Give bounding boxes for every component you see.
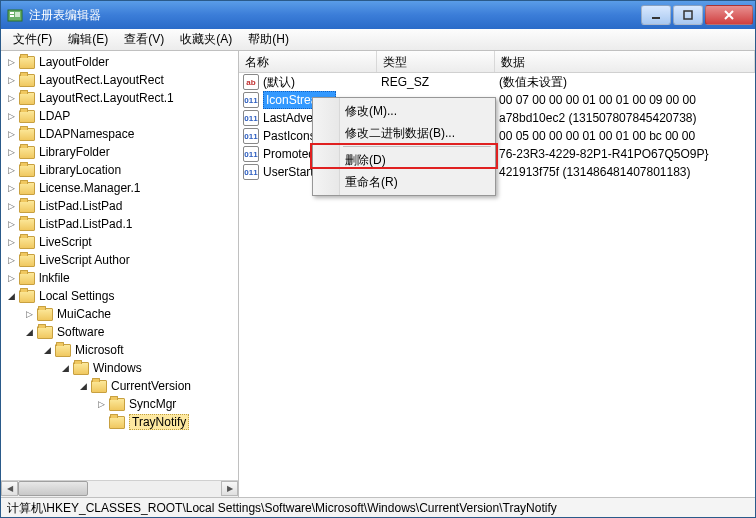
scroll-right-button[interactable]: ▶ [221, 481, 238, 496]
folder-icon [19, 128, 35, 141]
list-pane: 名称 类型 数据 ab(默认)REG_SZ(数值未设置)011IconStrea… [239, 51, 755, 497]
tree-label: Software [57, 325, 104, 339]
tree-label: LayoutRect.LayoutRect [39, 73, 164, 87]
expand-icon[interactable]: ▷ [5, 182, 17, 194]
list-row[interactable]: ab(默认)REG_SZ(数值未设置) [239, 73, 755, 91]
tree-item[interactable]: ◢Software [1, 323, 238, 341]
collapse-icon[interactable]: ◢ [5, 290, 17, 302]
tree-horizontal-scrollbar[interactable]: ◀ ▶ [1, 480, 238, 497]
ctx-separator [343, 146, 491, 147]
expand-icon[interactable]: ▷ [5, 146, 17, 158]
folder-icon [19, 290, 35, 303]
column-data[interactable]: 数据 [495, 51, 755, 72]
expand-icon[interactable]: ▷ [5, 254, 17, 266]
expand-icon[interactable]: ▷ [95, 398, 107, 410]
tree-item[interactable]: ▷LDAP [1, 107, 238, 125]
window-maximize-button[interactable] [673, 5, 703, 25]
tree-item[interactable]: ▷LayoutFolder [1, 53, 238, 71]
value-name: (默认) [263, 74, 295, 91]
menu-view[interactable]: 查看(V) [116, 29, 172, 50]
folder-icon [19, 200, 35, 213]
tree-item[interactable]: ▷LDAPNamespace [1, 125, 238, 143]
expand-icon[interactable]: ▷ [5, 218, 17, 230]
tree-item[interactable]: ▷LayoutRect.LayoutRect [1, 71, 238, 89]
folder-icon [19, 164, 35, 177]
tree-item[interactable]: ▷LiveScript [1, 233, 238, 251]
folder-icon [19, 272, 35, 285]
menu-help[interactable]: 帮助(H) [240, 29, 297, 50]
expand-icon[interactable]: ▷ [5, 128, 17, 140]
tree-item[interactable]: ▷LayoutRect.LayoutRect.1 [1, 89, 238, 107]
tree-item[interactable]: ▷SyncMgr [1, 395, 238, 413]
tree-pane: ▷LayoutFolder▷LayoutRect.LayoutRect▷Layo… [1, 51, 239, 497]
collapse-icon[interactable]: ◢ [23, 326, 35, 338]
menu-bar: 文件(F) 编辑(E) 查看(V) 收藏夹(A) 帮助(H) [1, 29, 755, 51]
tree-item[interactable]: ▷MuiCache [1, 305, 238, 323]
expand-icon[interactable]: ▷ [5, 164, 17, 176]
expand-icon[interactable]: ▷ [5, 92, 17, 104]
menu-edit[interactable]: 编辑(E) [60, 29, 116, 50]
tree-label: LayoutFolder [39, 55, 109, 69]
tree-item[interactable]: ▷LiveScript Author [1, 251, 238, 269]
tree-label: LiveScript [39, 235, 92, 249]
expand-icon[interactable]: ▷ [5, 56, 17, 68]
ctx-rename[interactable]: 重命名(R) [315, 171, 493, 193]
tree-label: SyncMgr [129, 397, 176, 411]
ctx-modify[interactable]: 修改(M)... [315, 100, 493, 122]
tree-label: LDAP [39, 109, 70, 123]
svg-rect-4 [652, 17, 660, 19]
expand-icon[interactable]: ▷ [5, 74, 17, 86]
expand-icon[interactable]: ▷ [5, 200, 17, 212]
menu-file[interactable]: 文件(F) [5, 29, 60, 50]
tree-label: LayoutRect.LayoutRect.1 [39, 91, 174, 105]
tree-item[interactable]: ◢Local Settings [1, 287, 238, 305]
tree-item[interactable]: TrayNotify [1, 413, 238, 431]
tree-item[interactable]: ▷License.Manager.1 [1, 179, 238, 197]
tree-item[interactable]: ◢Microsoft [1, 341, 238, 359]
folder-icon [19, 254, 35, 267]
tree-item[interactable]: ▷ListPad.ListPad [1, 197, 238, 215]
collapse-icon[interactable]: ◢ [41, 344, 53, 356]
tree-item[interactable]: ▷ListPad.ListPad.1 [1, 215, 238, 233]
folder-icon [19, 74, 35, 87]
expand-icon[interactable]: ▷ [23, 308, 35, 320]
menu-favorites[interactable]: 收藏夹(A) [172, 29, 240, 50]
tree-label: CurrentVersion [111, 379, 191, 393]
collapse-icon[interactable]: ◢ [59, 362, 71, 374]
value-data: 76-23R3-4229-82P1-R41PO67Q5O9P} [495, 147, 755, 161]
column-name[interactable]: 名称 [239, 51, 377, 72]
folder-icon [19, 92, 35, 105]
tree-label: ListPad.ListPad [39, 199, 122, 213]
scroll-left-button[interactable]: ◀ [1, 481, 18, 496]
list-body[interactable]: ab(默认)REG_SZ(数值未设置)011IconStreams 00 07 … [239, 73, 755, 497]
tree-item[interactable]: ◢CurrentVersion [1, 377, 238, 395]
ctx-delete[interactable]: 删除(D) [315, 149, 493, 171]
ctx-modify-binary[interactable]: 修改二进制数据(B)... [315, 122, 493, 144]
tree-label: License.Manager.1 [39, 181, 140, 195]
folder-icon [19, 236, 35, 249]
value-data: a78bd10ec2 (131507807845420738) [495, 111, 755, 125]
expand-icon[interactable]: ▷ [5, 110, 17, 122]
tree-item[interactable]: ▷LibraryLocation [1, 161, 238, 179]
expand-icon[interactable]: ▷ [5, 272, 17, 284]
tree-view[interactable]: ▷LayoutFolder▷LayoutRect.LayoutRect▷Layo… [1, 51, 238, 480]
scroll-track[interactable] [18, 481, 221, 497]
binary-value-icon: 011 [243, 128, 259, 144]
string-value-icon: ab [243, 74, 259, 90]
folder-icon [37, 326, 53, 339]
tree-item[interactable]: ▷LibraryFolder [1, 143, 238, 161]
window-close-button[interactable] [705, 5, 753, 25]
expand-icon[interactable]: ▷ [5, 236, 17, 248]
status-bar: 计算机\HKEY_CLASSES_ROOT\Local Settings\Sof… [1, 497, 755, 517]
tree-item[interactable]: ◢Windows [1, 359, 238, 377]
tree-item[interactable]: ▷lnkfile [1, 269, 238, 287]
binary-value-icon: 011 [243, 110, 259, 126]
scroll-thumb[interactable] [18, 481, 88, 496]
window-minimize-button[interactable] [641, 5, 671, 25]
tree-label: LibraryLocation [39, 163, 121, 177]
column-type[interactable]: 类型 [377, 51, 495, 72]
folder-icon [37, 308, 53, 321]
collapse-icon[interactable]: ◢ [77, 380, 89, 392]
tree-label: Windows [93, 361, 142, 375]
tree-label: lnkfile [39, 271, 70, 285]
